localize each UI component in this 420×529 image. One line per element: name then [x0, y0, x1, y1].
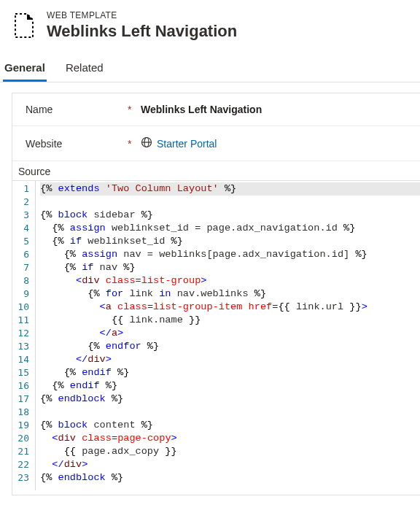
field-website-value[interactable]: Starter Portal	[157, 138, 217, 150]
code-content[interactable]: {% extends 'Two Column Layout' %} {% blo…	[36, 181, 420, 490]
required-marker: *	[128, 104, 133, 115]
template-icon	[13, 12, 36, 39]
entity-label: WEB TEMPLATE	[47, 10, 237, 20]
source-label: Source	[12, 161, 420, 180]
tab-related[interactable]: Related	[64, 54, 105, 82]
field-name-label: Name	[26, 104, 128, 115]
tab-general[interactable]: General	[3, 54, 47, 82]
page-title: Weblinks Left Navigation	[47, 22, 237, 41]
form-panel: Name * Weblinks Left Navigation Website …	[12, 93, 420, 495]
required-marker: *	[128, 138, 133, 150]
field-website-label: Website	[26, 138, 128, 150]
tab-list: General Related	[0, 54, 420, 82]
globe-icon	[141, 136, 152, 150]
field-name: Name * Weblinks Left Navigation	[12, 93, 420, 126]
source-editor[interactable]: 1234567891011121314151617181920212223 {%…	[12, 180, 420, 490]
line-gutter: 1234567891011121314151617181920212223	[12, 181, 36, 490]
field-website: Website * Starter Portal	[12, 126, 420, 161]
page-header: WEB TEMPLATE Weblinks Left Navigation	[0, 0, 420, 48]
field-name-value[interactable]: Weblinks Left Navigation	[141, 104, 262, 115]
